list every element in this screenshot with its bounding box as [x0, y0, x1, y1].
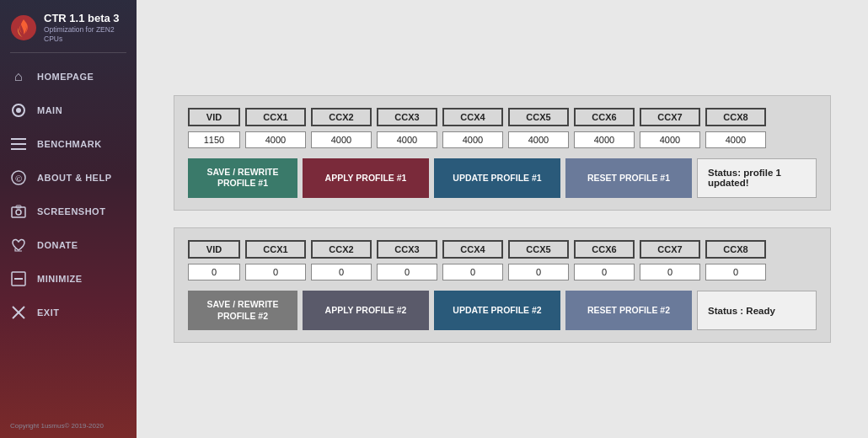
profile2-apply-button[interactable]: APPLY PROFILE #2: [303, 291, 429, 330]
exit-icon: [10, 304, 27, 321]
sidebar-label-benchmark: BENCHMARK: [37, 139, 102, 149]
profile2-status: Status : Ready: [697, 291, 817, 330]
sidebar-item-homepage[interactable]: ⌂ HOMEPAGE: [0, 60, 137, 93]
sidebar-label-exit: EXIT: [37, 307, 59, 318]
main-content: VID CCX1 CCX2 CCX3 CCX4 CCX5 CCX6 CCX7 C…: [137, 0, 868, 438]
col-header-ccx5: CCX5: [508, 108, 569, 126]
p2-col-header-ccx6: CCX6: [574, 240, 635, 259]
profile2-panel: VID CCX1 CCX2 CCX3 CCX4 CCX5 CCX6 CCX7 C…: [174, 227, 831, 343]
sidebar-label-about: ABOUT & HELP: [37, 173, 112, 183]
main-icon: [10, 102, 27, 119]
app-subtitle: Optimization for ZEN2 CPUs: [44, 25, 126, 44]
profile2-ccx1-input[interactable]: [245, 264, 306, 280]
sidebar-item-donate[interactable]: DONATE: [0, 228, 137, 262]
profile1-ccx6-input[interactable]: [574, 131, 635, 148]
profile2-update-button[interactable]: UPDATE PROFILE #2: [434, 291, 560, 330]
p2-col-header-ccx7: CCX7: [640, 240, 700, 259]
profile1-ccx7-input[interactable]: [640, 131, 700, 148]
profile2-save-button[interactable]: SAVE / REWRITEPROFILE #2: [188, 291, 297, 330]
sidebar-item-about-help[interactable]: © ABOUT & HELP: [0, 161, 137, 195]
profile2-reset-button[interactable]: RESET PROFILE #2: [565, 291, 692, 330]
profile2-col-headers: VID CCX1 CCX2 CCX3 CCX4 CCX5 CCX6 CCX7 C…: [188, 240, 817, 259]
profile1-reset-button[interactable]: RESET PROFILE #1: [565, 158, 692, 198]
col-header-ccx7: CCX7: [640, 108, 700, 126]
profile1-apply-button[interactable]: APPLY PROFILE #1: [303, 158, 429, 198]
profile1-update-button[interactable]: UPDATE PROFILE #1: [434, 158, 560, 198]
profile1-ccx2-input[interactable]: [311, 131, 372, 148]
sidebar-label-main: MAIN: [37, 105, 62, 115]
profile1-ccx3-input[interactable]: [377, 131, 437, 148]
profile1-ccx8-input[interactable]: [705, 131, 766, 148]
p2-col-header-ccx1: CCX1: [245, 240, 306, 259]
profile2-vid-input[interactable]: [188, 264, 240, 280]
profile1-input-row: [188, 131, 817, 148]
sidebar-label-donate: DONATE: [37, 240, 78, 250]
p2-col-header-ccx8: CCX8: [705, 240, 766, 259]
profile1-vid-input[interactable]: [188, 131, 240, 148]
col-header-ccx3: CCX3: [377, 108, 437, 126]
sidebar: CTR 1.1 beta 3 Optimization for ZEN2 CPU…: [0, 0, 137, 438]
svg-rect-4: [11, 143, 26, 145]
profile1-col-headers: VID CCX1 CCX2 CCX3 CCX4 CCX5 CCX6 CCX7 C…: [188, 108, 817, 126]
profile1-ccx4-input[interactable]: [442, 131, 503, 148]
svg-point-9: [16, 210, 21, 215]
svg-point-2: [16, 108, 21, 113]
profile1-ccx5-input[interactable]: [508, 131, 569, 148]
sidebar-label-minimize: MINIMIZE: [37, 274, 83, 284]
donate-icon: [10, 237, 27, 254]
col-header-ccx2: CCX2: [311, 108, 372, 126]
col-header-ccx1: CCX1: [245, 108, 306, 126]
about-icon: ©: [10, 169, 27, 186]
svg-text:©: ©: [15, 174, 23, 184]
profile2-ccx2-input[interactable]: [311, 264, 372, 280]
benchmark-icon: [10, 136, 27, 152]
profile2-ccx3-input[interactable]: [377, 264, 437, 280]
copyright: Copyright 1usmus© 2019-2020: [0, 414, 137, 438]
profile1-buttons-row: SAVE / REWRITEPROFILE #1 APPLY PROFILE #…: [188, 158, 817, 198]
profile1-status: Status: profile 1 updated!: [697, 158, 817, 198]
col-header-ccx4: CCX4: [442, 108, 503, 126]
profile1-save-button[interactable]: SAVE / REWRITEPROFILE #1: [188, 158, 297, 198]
profile2-buttons-row: SAVE / REWRITEPROFILE #2 APPLY PROFILE #…: [188, 291, 817, 330]
app-logo: CTR 1.1 beta 3 Optimization for ZEN2 CPU…: [0, 0, 137, 52]
profile1-panel: VID CCX1 CCX2 CCX3 CCX4 CCX5 CCX6 CCX7 C…: [174, 95, 831, 211]
sidebar-nav: ⌂ HOMEPAGE MAIN BENCHMARK: [0, 60, 137, 414]
sidebar-item-minimize[interactable]: MINIMIZE: [0, 262, 137, 296]
p2-col-header-ccx3: CCX3: [377, 240, 437, 259]
profile2-ccx4-input[interactable]: [442, 264, 503, 280]
app-title: CTR 1.1 beta 3: [44, 12, 126, 25]
sidebar-item-benchmark[interactable]: BENCHMARK: [0, 127, 137, 161]
sidebar-divider: [10, 52, 126, 53]
sidebar-item-exit[interactable]: EXIT: [0, 296, 137, 329]
home-icon: ⌂: [10, 68, 27, 85]
p2-col-header-vid: VID: [188, 240, 240, 259]
svg-rect-8: [12, 207, 25, 217]
p2-col-header-ccx2: CCX2: [311, 240, 372, 259]
logo-text: CTR 1.1 beta 3 Optimization for ZEN2 CPU…: [44, 12, 126, 44]
sidebar-item-screenshot[interactable]: SCREENSHOT: [0, 195, 137, 228]
p2-col-header-ccx5: CCX5: [508, 240, 569, 259]
minimize-icon: [10, 270, 27, 287]
svg-rect-5: [11, 148, 26, 150]
profile2-ccx8-input[interactable]: [705, 264, 766, 280]
col-header-ccx8: CCX8: [705, 108, 766, 126]
screenshot-icon: [10, 203, 27, 220]
profile2-ccx5-input[interactable]: [508, 264, 569, 280]
p2-col-header-ccx4: CCX4: [442, 240, 503, 259]
svg-rect-12: [14, 278, 23, 280]
profile2-input-row: [188, 264, 817, 280]
col-header-ccx6: CCX6: [574, 108, 635, 126]
profile2-ccx7-input[interactable]: [640, 264, 700, 280]
sidebar-label-screenshot: SCREENSHOT: [37, 206, 105, 216]
svg-rect-3: [11, 138, 26, 140]
profile2-ccx6-input[interactable]: [574, 264, 635, 280]
logo-icon: [10, 14, 37, 41]
col-header-vid: VID: [188, 108, 240, 126]
sidebar-item-main[interactable]: MAIN: [0, 93, 137, 127]
sidebar-label-homepage: HOMEPAGE: [37, 72, 94, 82]
profile1-ccx1-input[interactable]: [245, 131, 306, 148]
